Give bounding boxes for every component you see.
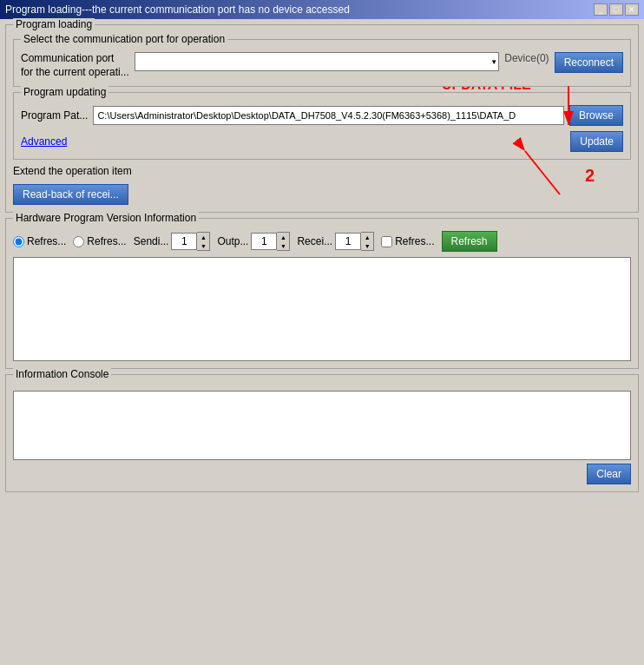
refresh-button[interactable]: Refresh	[442, 231, 497, 252]
advanced-link[interactable]: Advanced	[21, 135, 67, 148]
extend-title: Extend the operation item	[13, 165, 132, 177]
program-loading-group: Program loading CHOOSE THE CORRECT UPDAT…	[5, 24, 639, 213]
radio-refresh1[interactable]	[13, 236, 24, 247]
program-path-input[interactable]	[93, 106, 564, 125]
comm-port-group: Select the communication port for operat…	[13, 39, 631, 87]
recei-group: Recei... ▲ ▼	[297, 232, 374, 251]
reconnect-button[interactable]: Reconnect	[555, 52, 623, 73]
device-label: Device(0)	[504, 52, 549, 64]
port-dropdown[interactable]	[135, 52, 500, 71]
hardware-display-area	[13, 257, 631, 361]
hardware-info-title: Hardware Program Version Information	[13, 212, 199, 224]
program-path-label: Program Pat...	[21, 109, 88, 122]
radio-refresh2-item: Refres...	[73, 235, 126, 247]
outp-up-btn[interactable]: ▲	[277, 233, 289, 241]
recei-input[interactable]	[335, 233, 361, 250]
outp-spinner: ▲ ▼	[251, 232, 290, 251]
recei-spinner: ▲ ▼	[335, 232, 374, 251]
port-dropdown-wrapper: ▼	[135, 52, 500, 71]
recei-label: Recei...	[297, 235, 332, 247]
outp-input[interactable]	[251, 233, 277, 250]
radio-refresh2-label: Refres...	[87, 235, 126, 247]
sendi-down-btn[interactable]: ▼	[197, 241, 209, 250]
recei-down-btn[interactable]: ▼	[361, 241, 373, 250]
update-button[interactable]: Update	[570, 131, 623, 152]
minimize-button[interactable]: _	[594, 3, 608, 16]
maximize-button[interactable]: □	[609, 3, 623, 16]
sendi-spinner: ▲ ▼	[171, 232, 210, 251]
comm-port-label2: for the current operati...	[21, 66, 129, 80]
main-window: Program loading CHOOSE THE CORRECT UPDAT…	[0, 19, 644, 665]
title-bar: Program loading---the current communicat…	[0, 0, 644, 19]
info-console-textarea[interactable]	[13, 391, 631, 460]
refresh-checkbox[interactable]	[381, 236, 392, 247]
program-updating-title: Program updating	[21, 86, 108, 98]
sendi-up-btn[interactable]: ▲	[197, 233, 209, 241]
close-button[interactable]: ✕	[625, 3, 639, 16]
outp-label: Outp...	[217, 235, 248, 247]
sendi-input[interactable]	[171, 233, 197, 250]
info-console-group: Information Console Clear	[5, 374, 639, 492]
info-console-content: Clear	[13, 385, 631, 484]
refresh-checkbox-group: Refres...	[381, 235, 434, 247]
refresh-checkbox-label: Refres...	[395, 235, 434, 247]
comm-port-group-title: Select the communication port for operat…	[21, 33, 227, 45]
window-title: Program loading---the current communicat…	[5, 3, 350, 16]
read-back-button[interactable]: Read-back of recei...	[13, 184, 128, 205]
radio-refresh1-item: Refres...	[13, 235, 66, 247]
annotation-num2: 2	[585, 166, 595, 186]
hardware-info-group: Hardware Program Version Information Ref…	[5, 218, 639, 369]
info-console-actions: Clear	[13, 464, 631, 484]
outp-group: Outp... ▲ ▼	[217, 232, 290, 251]
sendi-group: Sendi... ▲ ▼	[134, 232, 211, 251]
browse-button[interactable]: Browse	[569, 105, 623, 126]
comm-port-label: Communication port	[21, 52, 129, 66]
recei-up-btn[interactable]: ▲	[361, 233, 373, 241]
radio-refresh2[interactable]	[73, 236, 84, 247]
window-controls: _ □ ✕	[594, 3, 639, 16]
program-loading-title: Program loading	[13, 18, 95, 30]
sendi-label: Sendi...	[134, 235, 169, 247]
extend-section: Extend the operation item Read-back of r…	[13, 165, 631, 205]
program-updating-group: Program updating Program Pat... Browse A…	[13, 92, 631, 160]
recei-spinner-btns: ▲ ▼	[361, 232, 374, 251]
sendi-spinner-btns: ▲ ▼	[197, 232, 210, 251]
info-console-title: Information Console	[13, 368, 111, 380]
outp-down-btn[interactable]: ▼	[277, 241, 289, 250]
clear-button[interactable]: Clear	[587, 464, 631, 484]
radio-refresh1-label: Refres...	[27, 235, 66, 247]
outp-spinner-btns: ▲ ▼	[277, 232, 290, 251]
